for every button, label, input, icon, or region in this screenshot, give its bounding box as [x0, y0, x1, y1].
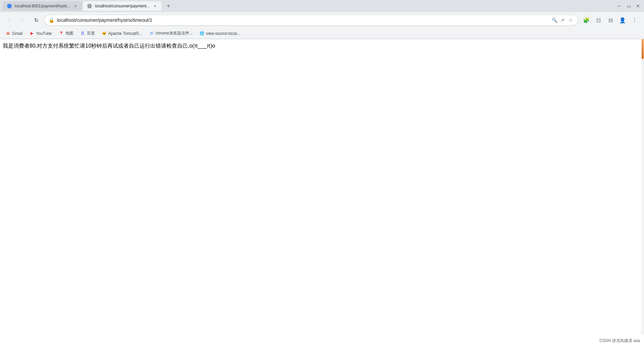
- tabs-icon[interactable]: ⊡: [593, 15, 604, 25]
- address-bar-right: 🔍 ↗ ☆: [551, 17, 574, 23]
- maps-icon: 📍: [59, 31, 64, 36]
- bookmark-youtube-label: YouTube: [36, 31, 52, 36]
- page-content-area: 我是消费者80,对方支付系统繁忙请10秒钟后再试或者自己运行出错请检查自己,o(…: [0, 39, 644, 53]
- forward-button[interactable]: →: [17, 15, 28, 25]
- bookmark-gmail[interactable]: M Gmail: [3, 30, 25, 38]
- nav-bar: ← → ↻ 🔒 localhost/consumer/payment/hystr…: [0, 12, 644, 28]
- tab-bar: localhost:8001/payment/hystr... ✕ localh…: [0, 0, 644, 12]
- bookmark-maps-label: 地图: [65, 31, 73, 36]
- new-tab-button[interactable]: +: [164, 1, 173, 11]
- chrome-icon: ⚙: [149, 31, 154, 36]
- extensions-icon[interactable]: 🧩: [581, 15, 592, 25]
- bookmark-gmail-label: Gmail: [12, 31, 22, 36]
- youtube-icon: ▶: [29, 31, 35, 36]
- tab-bar-close-icon[interactable]: ✕: [635, 3, 641, 9]
- address-bar-url[interactable]: localhost/consumer/payment/hystrix/timeo…: [57, 17, 548, 23]
- bookmark-maps[interactable]: 📍 地图: [56, 30, 76, 38]
- bookmark-viewsource-label: view-source:local...: [206, 31, 240, 36]
- tomcat-icon: 🐱: [102, 31, 107, 36]
- bookmark-baidu[interactable]: 百 百度: [77, 30, 98, 38]
- tab-1-favicon: [7, 3, 12, 9]
- bookmark-tomcat-label: Apache Tomcat®...: [108, 31, 142, 36]
- browser-chrome: localhost:8001/payment/hystr... ✕ localh…: [0, 0, 644, 39]
- tab-2[interactable]: localhost/consumer/payment... ✕: [83, 1, 162, 11]
- globe-icon: 🌐: [199, 31, 205, 36]
- bookmark-viewsource[interactable]: 🌐 view-source:local...: [197, 30, 243, 38]
- bookmark-star-icon[interactable]: ☆: [567, 17, 574, 23]
- bookmark-chrome[interactable]: ⚙ chrome浏览器没声...: [146, 30, 195, 38]
- menu-icon[interactable]: ⋮: [629, 15, 640, 25]
- lock-icon: 🔒: [49, 17, 54, 23]
- tab-1-close[interactable]: ✕: [73, 3, 78, 9]
- bookmarks-bar: M Gmail ▶ YouTube 📍 地图 百 百度 🐱 Apache Tom…: [0, 28, 644, 39]
- tab-1[interactable]: localhost:8001/payment/hystr... ✕: [3, 1, 82, 11]
- bookmark-tomcat[interactable]: 🐱 Apache Tomcat®...: [99, 30, 145, 38]
- bookmark-youtube[interactable]: ▶ YouTube: [26, 30, 54, 38]
- profile-icon[interactable]: 👤: [617, 15, 628, 25]
- split-screen-icon[interactable]: ⊟: [605, 15, 616, 25]
- gmail-icon: M: [5, 31, 11, 36]
- address-bar[interactable]: 🔒 localhost/consumer/payment/hystrix/tim…: [44, 15, 578, 25]
- tab-bar-right: ─ ▭ ✕: [616, 3, 641, 9]
- scrollbar[interactable]: [641, 39, 644, 334]
- tab-2-close[interactable]: ✕: [152, 3, 158, 9]
- nav-right: 🧩 ⊡ ⊟ 👤 ⋮: [581, 15, 640, 25]
- tab-2-favicon: [87, 3, 92, 9]
- tab-1-title: localhost:8001/payment/hystr...: [15, 4, 70, 8]
- refresh-button[interactable]: ↻: [31, 15, 42, 25]
- search-icon[interactable]: 🔍: [551, 17, 558, 23]
- bookmark-baidu-label: 百度: [87, 31, 95, 36]
- url-host: localhost/consumer/payment/hystrix/timeo…: [57, 17, 152, 23]
- bottom-status-bar: CSDN @清风微凛 aaa: [595, 337, 644, 345]
- tab-bar-minimize-icon[interactable]: ─: [616, 3, 623, 9]
- scrollbar-thumb[interactable]: [642, 39, 644, 59]
- baidu-icon: 百: [80, 31, 86, 36]
- back-button[interactable]: ←: [4, 15, 15, 25]
- status-text: CSDN @清风微凛 aaa: [599, 338, 640, 344]
- share-icon[interactable]: ↗: [559, 17, 566, 23]
- page-message: 我是消费者80,对方支付系统繁忙请10秒钟后再试或者自己运行出错请检查自己,o(…: [3, 43, 215, 49]
- tab-2-title: localhost/consumer/payment...: [95, 4, 150, 8]
- tab-bar-restore-icon[interactable]: ▭: [625, 3, 632, 9]
- bookmark-chrome-label: chrome浏览器没声...: [156, 31, 193, 36]
